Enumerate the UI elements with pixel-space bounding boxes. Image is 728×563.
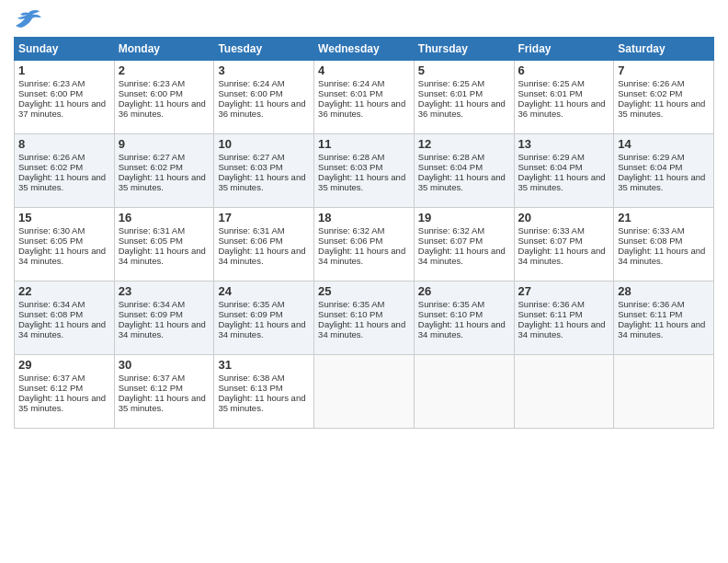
day-number: 17 bbox=[218, 211, 310, 224]
sunrise-text: Sunrise: 6:36 AM bbox=[618, 299, 684, 309]
daylight-label: Daylight: 11 hours and 34 minutes. bbox=[418, 246, 506, 266]
day-number: 21 bbox=[618, 211, 710, 224]
sunrise-text: Sunrise: 6:28 AM bbox=[418, 152, 484, 162]
sunrise-text: Sunrise: 6:35 AM bbox=[418, 299, 484, 309]
calendar-cell: 22Sunrise: 6:34 AMSunset: 6:08 PMDayligh… bbox=[15, 282, 115, 355]
sunrise-text: Sunrise: 6:26 AM bbox=[618, 78, 684, 88]
daylight-label: Daylight: 11 hours and 36 minutes. bbox=[318, 98, 405, 119]
calendar-cell: 12Sunrise: 6:28 AMSunset: 6:04 PMDayligh… bbox=[414, 134, 514, 208]
sunrise-text: Sunrise: 6:33 AM bbox=[518, 225, 585, 236]
calendar-cell: 2Sunrise: 6:23 AMSunset: 6:00 PMDaylight… bbox=[114, 61, 214, 134]
sunset-text: Sunset: 6:02 PM bbox=[18, 162, 83, 172]
sunset-text: Sunset: 6:11 PM bbox=[618, 309, 682, 319]
day-number: 31 bbox=[218, 358, 310, 372]
daylight-label: Daylight: 11 hours and 35 minutes. bbox=[418, 172, 506, 192]
sunrise-text: Sunrise: 6:38 AM bbox=[218, 373, 284, 383]
sunset-text: Sunset: 6:05 PM bbox=[119, 236, 183, 246]
calendar-cell: 4Sunrise: 6:24 AMSunset: 6:01 PMDaylight… bbox=[314, 61, 415, 134]
sunrise-text: Sunrise: 6:26 AM bbox=[18, 152, 85, 162]
column-header-tuesday: Tuesday bbox=[214, 38, 314, 61]
sunset-text: Sunset: 6:00 PM bbox=[18, 88, 83, 98]
calendar-cell: 11Sunrise: 6:28 AMSunset: 6:03 PMDayligh… bbox=[314, 134, 415, 208]
day-number: 25 bbox=[318, 284, 410, 298]
calendar-week-4: 22Sunrise: 6:34 AMSunset: 6:08 PMDayligh… bbox=[15, 282, 714, 355]
day-number: 3 bbox=[218, 63, 310, 77]
day-number: 20 bbox=[518, 211, 610, 224]
column-header-friday: Friday bbox=[514, 38, 614, 61]
daylight-label: Daylight: 11 hours and 36 minutes. bbox=[218, 98, 305, 119]
calendar-cell: 20Sunrise: 6:33 AMSunset: 6:07 PMDayligh… bbox=[514, 208, 614, 282]
calendar-cell: 3Sunrise: 6:24 AMSunset: 6:00 PMDaylight… bbox=[214, 61, 314, 134]
calendar-cell bbox=[314, 355, 415, 429]
day-number: 30 bbox=[119, 358, 210, 372]
daylight-label: Daylight: 11 hours and 35 minutes. bbox=[618, 98, 705, 119]
day-number: 14 bbox=[618, 137, 710, 151]
sunset-text: Sunset: 6:06 PM bbox=[318, 236, 382, 246]
sunset-text: Sunset: 6:05 PM bbox=[18, 236, 83, 246]
column-header-sunday: Sunday bbox=[15, 38, 115, 61]
calendar-cell: 27Sunrise: 6:36 AMSunset: 6:11 PMDayligh… bbox=[514, 282, 614, 355]
page-container: SundayMondayTuesdayWednesdayThursdayFrid… bbox=[0, 0, 728, 438]
sunrise-text: Sunrise: 6:23 AM bbox=[119, 78, 185, 88]
sunrise-text: Sunrise: 6:24 AM bbox=[218, 78, 284, 88]
sunset-text: Sunset: 6:02 PM bbox=[119, 162, 183, 172]
daylight-label: Daylight: 11 hours and 37 minutes. bbox=[18, 98, 106, 119]
sunset-text: Sunset: 6:06 PM bbox=[218, 236, 282, 246]
sunset-text: Sunset: 6:04 PM bbox=[518, 162, 583, 172]
calendar-week-5: 29Sunrise: 6:37 AMSunset: 6:12 PMDayligh… bbox=[15, 355, 714, 429]
sunrise-text: Sunrise: 6:36 AM bbox=[518, 299, 585, 309]
calendar-cell: 29Sunrise: 6:37 AMSunset: 6:12 PMDayligh… bbox=[15, 355, 115, 429]
sunset-text: Sunset: 6:03 PM bbox=[218, 162, 282, 172]
calendar-week-1: 1Sunrise: 6:23 AMSunset: 6:00 PMDaylight… bbox=[15, 61, 714, 134]
sunrise-text: Sunrise: 6:37 AM bbox=[18, 373, 85, 383]
calendar-cell: 17Sunrise: 6:31 AMSunset: 6:06 PMDayligh… bbox=[214, 208, 314, 282]
calendar-cell: 5Sunrise: 6:25 AMSunset: 6:01 PMDaylight… bbox=[414, 61, 514, 134]
sunrise-text: Sunrise: 6:23 AM bbox=[18, 78, 85, 88]
daylight-label: Daylight: 11 hours and 34 minutes. bbox=[418, 319, 506, 339]
sunrise-text: Sunrise: 6:35 AM bbox=[218, 299, 284, 309]
day-number: 7 bbox=[618, 63, 710, 77]
daylight-label: Daylight: 11 hours and 35 minutes. bbox=[18, 172, 106, 192]
sunset-text: Sunset: 6:00 PM bbox=[119, 88, 183, 98]
sunrise-text: Sunrise: 6:37 AM bbox=[119, 373, 185, 383]
day-number: 26 bbox=[418, 284, 510, 298]
calendar-cell: 10Sunrise: 6:27 AMSunset: 6:03 PMDayligh… bbox=[214, 134, 314, 208]
daylight-label: Daylight: 11 hours and 34 minutes. bbox=[18, 319, 106, 339]
calendar-cell: 23Sunrise: 6:34 AMSunset: 6:09 PMDayligh… bbox=[114, 282, 214, 355]
day-number: 27 bbox=[518, 284, 610, 298]
calendar-body: 1Sunrise: 6:23 AMSunset: 6:00 PMDaylight… bbox=[15, 61, 714, 429]
sunrise-text: Sunrise: 6:34 AM bbox=[119, 299, 185, 309]
sunset-text: Sunset: 6:07 PM bbox=[418, 236, 483, 246]
sunrise-text: Sunrise: 6:31 AM bbox=[119, 225, 185, 236]
day-number: 23 bbox=[119, 284, 210, 298]
sunrise-text: Sunrise: 6:29 AM bbox=[518, 152, 585, 162]
calendar-week-2: 8Sunrise: 6:26 AMSunset: 6:02 PMDaylight… bbox=[15, 134, 714, 208]
column-header-saturday: Saturday bbox=[614, 38, 714, 61]
sunset-text: Sunset: 6:04 PM bbox=[618, 162, 682, 172]
sunrise-text: Sunrise: 6:27 AM bbox=[218, 152, 284, 162]
daylight-label: Daylight: 11 hours and 35 minutes. bbox=[318, 172, 405, 192]
daylight-label: Daylight: 11 hours and 35 minutes. bbox=[119, 393, 206, 413]
sunrise-text: Sunrise: 6:32 AM bbox=[418, 225, 484, 236]
daylight-label: Daylight: 11 hours and 35 minutes. bbox=[218, 172, 305, 192]
day-number: 6 bbox=[518, 63, 610, 77]
day-number: 18 bbox=[318, 211, 410, 224]
sunrise-text: Sunrise: 6:31 AM bbox=[218, 225, 284, 236]
sunrise-text: Sunrise: 6:25 AM bbox=[418, 78, 484, 88]
sunset-text: Sunset: 6:01 PM bbox=[418, 88, 483, 98]
day-number: 8 bbox=[18, 137, 110, 151]
sunrise-text: Sunrise: 6:29 AM bbox=[618, 152, 684, 162]
sunset-text: Sunset: 6:07 PM bbox=[518, 236, 583, 246]
daylight-label: Daylight: 11 hours and 35 minutes. bbox=[618, 172, 705, 192]
daylight-label: Daylight: 11 hours and 34 minutes. bbox=[318, 319, 405, 339]
sunset-text: Sunset: 6:13 PM bbox=[218, 383, 282, 393]
sunrise-text: Sunrise: 6:32 AM bbox=[318, 225, 384, 236]
day-number: 22 bbox=[18, 284, 110, 298]
daylight-label: Daylight: 11 hours and 34 minutes. bbox=[218, 319, 305, 339]
sunset-text: Sunset: 6:03 PM bbox=[318, 162, 382, 172]
calendar-cell: 14Sunrise: 6:29 AMSunset: 6:04 PMDayligh… bbox=[614, 134, 714, 208]
calendar-cell: 26Sunrise: 6:35 AMSunset: 6:10 PMDayligh… bbox=[414, 282, 514, 355]
calendar-week-3: 15Sunrise: 6:30 AMSunset: 6:05 PMDayligh… bbox=[15, 208, 714, 282]
column-header-wednesday: Wednesday bbox=[314, 38, 415, 61]
day-number: 28 bbox=[618, 284, 710, 298]
